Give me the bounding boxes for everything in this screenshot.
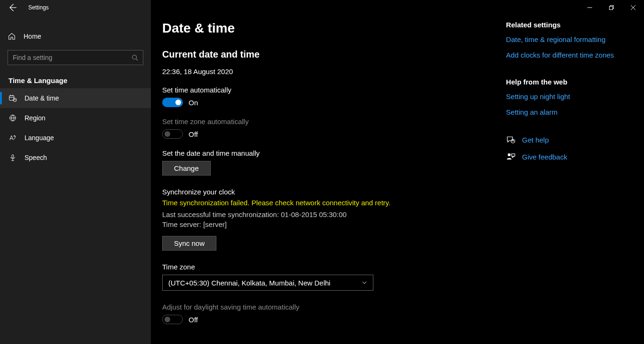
help-from-web-title: Help from the web — [506, 78, 633, 86]
sync-now-button[interactable]: Sync now — [162, 236, 216, 251]
close-icon — [631, 5, 636, 10]
nav-label: Region — [25, 114, 45, 122]
current-datetime-value: 22:36, 18 August 2020 — [162, 67, 506, 76]
manual-date-label: Set the date and time manually — [162, 149, 506, 157]
language-icon — [8, 134, 17, 142]
link-give-feedback[interactable]: Give feedback — [506, 152, 633, 161]
nav-label: Date & time — [25, 94, 59, 102]
search-box[interactable] — [8, 50, 143, 65]
svg-rect-5 — [610, 7, 613, 10]
maximize-icon — [609, 5, 614, 10]
sync-heading: Synchronize your clock — [162, 188, 506, 196]
timezone-dropdown[interactable]: (UTC+05:30) Chennai, Kolkata, Mumbai, Ne… — [162, 275, 373, 291]
page-title: Date & time — [162, 21, 506, 36]
window-controls — [579, 0, 644, 15]
auto-time-state: On — [189, 99, 198, 107]
feedback-icon — [506, 152, 515, 161]
timezone-value: (UTC+05:30) Chennai, Kolkata, Mumbai, Ne… — [168, 279, 330, 287]
auto-time-label: Set time automatically — [162, 86, 506, 94]
change-button[interactable]: Change — [162, 161, 211, 176]
sync-server-text: Time server: [server] — [162, 219, 506, 229]
date-time-icon — [8, 94, 17, 102]
sidebar-home-label: Home — [24, 33, 41, 40]
dst-toggle — [162, 315, 183, 324]
svg-rect-8 — [512, 154, 515, 156]
sidebar-home[interactable]: Home — [0, 26, 151, 46]
sidebar-item-date-time[interactable]: Date & time — [0, 88, 151, 108]
back-button[interactable] — [8, 3, 17, 12]
titlebar: Settings — [0, 0, 151, 15]
home-icon — [8, 32, 16, 41]
svg-point-7 — [508, 153, 511, 156]
main: Date & time Current date and time 22:36,… — [151, 0, 644, 344]
minimize-button[interactable] — [579, 0, 601, 15]
auto-time-toggle[interactable] — [162, 98, 183, 107]
search-input[interactable] — [13, 54, 132, 61]
right-rail: Related settings Date, time & regional f… — [506, 21, 633, 335]
sidebar-item-region[interactable]: Region — [0, 108, 151, 128]
link-get-help[interactable]: Get help — [506, 135, 633, 144]
link-night-light[interactable]: Setting up night light — [506, 92, 633, 101]
chat-help-icon — [506, 135, 515, 144]
svg-point-0 — [132, 55, 137, 59]
close-button[interactable] — [622, 0, 644, 15]
auto-tz-label: Set time zone automatically — [162, 117, 506, 126]
sidebar: Settings Home Time & Language Date & tim… — [0, 0, 151, 344]
dst-label: Adjust for daylight saving time automati… — [162, 303, 506, 311]
sidebar-group-title: Time & Language — [0, 69, 151, 88]
microphone-icon — [8, 153, 17, 162]
sync-error-text: Time synchronization failed. Please chec… — [162, 199, 506, 207]
nav-label: Language — [25, 134, 54, 142]
related-settings-title: Related settings — [506, 21, 633, 29]
svg-rect-4 — [12, 155, 14, 158]
timezone-label: Time zone — [162, 263, 506, 271]
link-add-clocks[interactable]: Add clocks for different time zones — [506, 51, 633, 59]
globe-icon — [8, 114, 17, 122]
sync-last-text: Last successful time synchronization: 01… — [162, 210, 506, 219]
arrow-left-icon — [8, 3, 17, 12]
nav-label: Speech — [25, 154, 47, 161]
current-datetime-heading: Current date and time — [162, 49, 506, 60]
maximize-button[interactable] — [601, 0, 622, 15]
link-setting-alarm[interactable]: Setting an alarm — [506, 108, 633, 116]
minimize-icon — [587, 5, 592, 10]
auto-tz-toggle — [162, 129, 183, 139]
dst-state: Off — [189, 316, 198, 324]
search-icon — [132, 54, 138, 61]
sidebar-item-speech[interactable]: Speech — [0, 148, 151, 168]
app-title: Settings — [28, 4, 49, 11]
link-regional-formatting[interactable]: Date, time & regional formatting — [506, 35, 633, 43]
auto-tz-state: Off — [189, 130, 198, 138]
chevron-down-icon — [362, 280, 367, 285]
sidebar-item-language[interactable]: Language — [0, 128, 151, 148]
search-wrap — [0, 46, 151, 69]
